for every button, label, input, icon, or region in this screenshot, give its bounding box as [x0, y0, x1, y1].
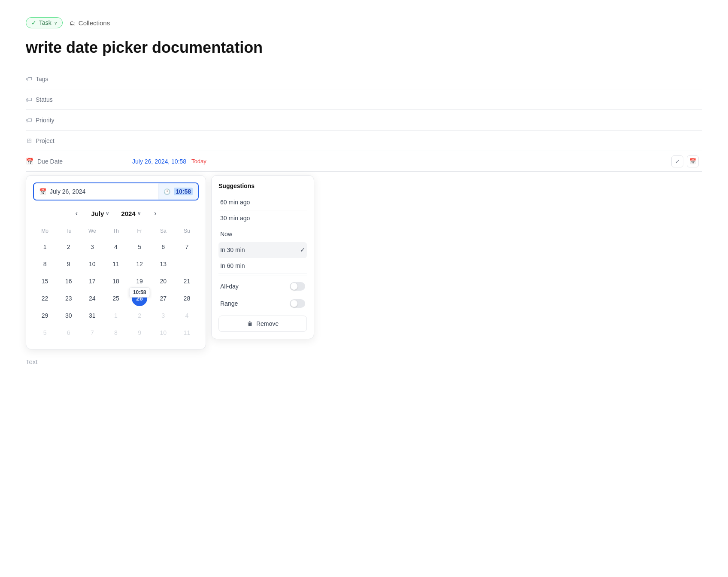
cal-day-next-6[interactable]: 6 [61, 325, 76, 340]
calendar-panel: 📅 July 26, 2024 🕐 10:58 ‹ July ∨ 2024 ∨ … [26, 175, 206, 349]
datepicker-container: 📅 July 26, 2024 🕐 10:58 ‹ July ∨ 2024 ∨ … [26, 175, 702, 349]
cal-day-5[interactable]: 5 [132, 239, 147, 255]
suggestion-30-min-ago[interactable]: 30 min ago [218, 210, 307, 226]
cal-day-9[interactable]: 9 [61, 256, 76, 272]
time-input-part[interactable]: 🕐 10:58 [158, 183, 198, 200]
cal-day-6[interactable]: 6 [155, 239, 171, 255]
cal-day-12[interactable]: 12 [132, 256, 147, 272]
remove-button[interactable]: 🗑 Remove [218, 316, 307, 332]
cal-day-31[interactable]: 31 [85, 308, 100, 323]
cal-day-1[interactable]: 1 [37, 239, 53, 255]
date-input-value: July 26, 2024 [50, 188, 85, 195]
cal-day-next-8[interactable]: 8 [108, 325, 124, 340]
cal-day-29[interactable]: 29 [37, 308, 53, 323]
suggestions-title: Suggestions [218, 182, 307, 189]
priority-value[interactable] [129, 115, 702, 125]
cal-day-next-1[interactable]: 1 [108, 308, 124, 323]
status-icon: 🏷 [26, 96, 32, 103]
cal-day-4[interactable]: 4 [108, 239, 124, 255]
cal-day-next-3[interactable]: 3 [155, 308, 171, 323]
cal-day-21[interactable]: 21 [179, 273, 194, 289]
page-title: write date picker documentation [26, 39, 702, 57]
calendar-week-3: 15 16 17 18 19 20 21 [33, 273, 199, 289]
cal-day-8[interactable]: 8 [37, 256, 53, 272]
range-toggle[interactable] [290, 299, 305, 308]
collections-link[interactable]: 🗂 Collections [70, 19, 110, 27]
weekday-we: We [80, 226, 104, 236]
calendar-grid: Mo Tu We Th Fr Sa Su 1 2 3 4 5 6 7 8 [33, 226, 199, 340]
cal-day-next-5[interactable]: 5 [37, 325, 53, 340]
clock-icon: 🕐 [164, 188, 170, 195]
expand-button[interactable]: ⤢ [671, 155, 683, 167]
properties-section: 🏷 Tags 🏷 Status 🏷 Priority 🖥 Project 📅 D… [26, 69, 702, 172]
cal-day-11[interactable]: 11 [108, 256, 124, 272]
task-badge[interactable]: ✓ Task ∨ [26, 17, 63, 28]
project-row: 🖥 Project [26, 131, 702, 151]
cal-day-17[interactable]: 17 [85, 273, 100, 289]
task-chevron-icon: ∨ [54, 21, 57, 25]
cal-day-22[interactable]: 22 [37, 291, 53, 306]
year-chevron-icon: ∨ [137, 211, 141, 216]
calendar-action-button[interactable]: 📅 [687, 155, 699, 167]
cal-day-3[interactable]: 3 [85, 239, 100, 255]
calendar-week-6: 5 6 7 8 9 10 11 [33, 325, 199, 340]
cal-day-16[interactable]: 16 [61, 273, 76, 289]
suggestion-in-30-min[interactable]: In 30 min ✓ [218, 242, 307, 258]
range-label: Range [220, 300, 238, 307]
status-value[interactable] [129, 94, 702, 105]
cal-day-13[interactable]: 13 [155, 256, 171, 272]
collections-label: Collections [79, 19, 110, 27]
cal-day-2[interactable]: 2 [61, 239, 76, 255]
suggestions-divider [218, 276, 307, 276]
month-select[interactable]: July ∨ [88, 208, 112, 219]
datetime-input-row[interactable]: 📅 July 26, 2024 🕐 10:58 [33, 182, 199, 200]
cal-day-next-11[interactable]: 11 [179, 325, 194, 340]
cal-day-next-9[interactable]: 9 [132, 325, 147, 340]
priority-icon: 🏷 [26, 116, 32, 124]
cal-day-20[interactable]: 20 [155, 273, 171, 289]
cal-day-next-4[interactable]: 4 [179, 308, 194, 323]
project-value[interactable] [129, 136, 702, 146]
cal-day-24[interactable]: 24 [85, 291, 100, 306]
cal-day-next-10[interactable]: 10 [155, 325, 171, 340]
suggestions-panel: Suggestions 60 min ago 30 min ago Now In… [211, 175, 314, 339]
cal-day-next-2[interactable]: 2 [132, 308, 147, 323]
priority-label-cell: 🏷 Priority [26, 111, 129, 129]
suggestion-60-min-ago[interactable]: 60 min ago [218, 194, 307, 210]
cal-day-23[interactable]: 23 [61, 291, 76, 306]
tags-value[interactable] [129, 74, 702, 84]
cal-day-18[interactable]: 18 [108, 273, 124, 289]
today-badge: Today [191, 158, 206, 164]
suggestion-in60-label: In 60 min [220, 262, 245, 269]
cal-day-next-7[interactable]: 7 [85, 325, 100, 340]
priority-label: Priority [36, 117, 55, 124]
suggestion-30-label: 30 min ago [220, 215, 250, 222]
suggestion-in-60-min[interactable]: In 60 min [218, 258, 307, 274]
cal-day-7[interactable]: 7 [179, 239, 194, 255]
cal-day-10[interactable]: 10 [85, 256, 100, 272]
cal-day-15[interactable]: 15 [37, 273, 53, 289]
task-label: Task [39, 19, 52, 26]
due-date-value: July 26, 2024, 10:58 [132, 158, 186, 165]
next-month-button[interactable]: › [149, 207, 161, 219]
calendar-week-5: 29 30 31 1 2 3 4 [33, 308, 199, 323]
status-row: 🏷 Status [26, 89, 702, 110]
due-date-value-cell[interactable]: July 26, 2024, 10:58 Today [129, 153, 671, 170]
allday-toggle[interactable] [290, 282, 305, 291]
cal-day-28[interactable]: 28 [179, 291, 194, 306]
date-input-part[interactable]: 📅 July 26, 2024 [34, 184, 158, 199]
project-label: Project [36, 137, 55, 144]
year-select[interactable]: 2024 ∨ [118, 208, 144, 219]
project-icon: 🖥 [26, 137, 32, 144]
due-date-icon: 📅 [26, 158, 34, 165]
tags-row: 🏷 Tags [26, 69, 702, 89]
cal-day-19[interactable]: 19 [132, 273, 147, 289]
cal-day-27[interactable]: 27 [155, 291, 171, 306]
suggestion-now[interactable]: Now [218, 226, 307, 242]
cal-day-30[interactable]: 30 [61, 308, 76, 323]
suggestion-in30-label: In 30 min [220, 246, 245, 253]
cal-day-25[interactable]: 25 [108, 291, 124, 306]
prev-month-button[interactable]: ‹ [70, 207, 82, 219]
weekday-su: Su [175, 226, 199, 236]
cal-day-26-selected[interactable]: 10:58 26 [132, 291, 147, 306]
